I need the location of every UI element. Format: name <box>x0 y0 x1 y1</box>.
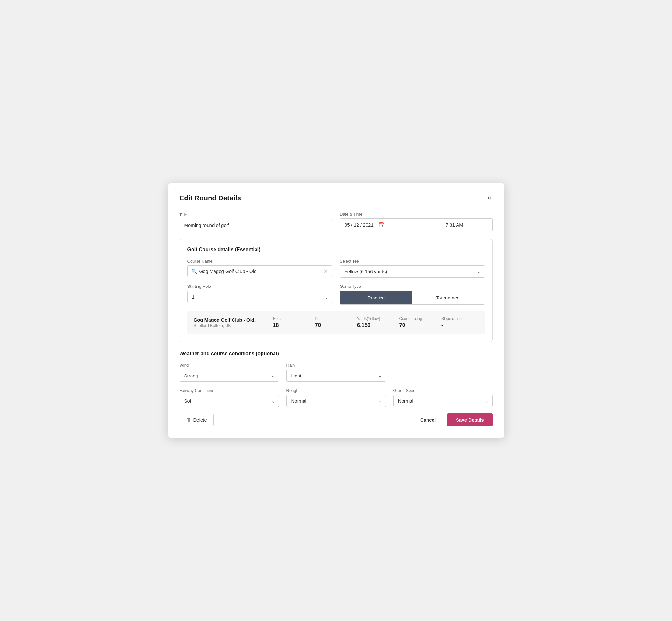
calendar-icon: 📅 <box>379 222 385 228</box>
select-tee-label: Select Tee <box>340 259 485 263</box>
fairway-select-wrap[interactable]: SoftNormalHard ⌄ <box>179 395 279 407</box>
edit-round-modal: Edit Round Details × Title Date & Time 0… <box>168 183 504 438</box>
course-rating-label: Course rating <box>399 317 422 321</box>
top-row: Title Date & Time 05 / 12 / 2021 📅 7:31 … <box>179 212 493 231</box>
golf-course-section-title: Golf Course details (Essential) <box>187 247 485 252</box>
rough-group: Rough SoftNormalHard ⌄ <box>287 388 386 407</box>
modal-title: Edit Round Details <box>179 194 241 202</box>
title-label: Title <box>179 212 333 217</box>
yards-label: Yards(Yellow) <box>357 317 380 321</box>
starting-hole-wrap[interactable]: 1234 5678 910 ⌄ <box>187 291 333 303</box>
modal-header: Edit Round Details × <box>179 194 493 203</box>
wind-dropdown[interactable]: NoneLightModerateStrongVery Strong <box>179 370 279 382</box>
green-speed-select-wrap[interactable]: SlowNormalFastVery Fast ⌄ <box>393 395 493 407</box>
datetime-field-group: Date & Time 05 / 12 / 2021 📅 7:31 AM <box>340 212 493 231</box>
course-info-name: Gog Magog Golf Club - Old, <box>194 317 268 323</box>
footer-row: 🗑 Delete Cancel Save Details <box>179 413 493 426</box>
search-icon: 🔍 <box>192 269 197 274</box>
holes-value: 18 <box>273 322 279 329</box>
green-speed-dropdown[interactable]: SlowNormalFastVery Fast <box>393 395 493 407</box>
practice-button[interactable]: Practice <box>340 291 412 304</box>
course-rating-value: 70 <box>399 322 405 329</box>
slope-rating-label: Slope rating <box>442 317 462 321</box>
course-name-group: Course Name 🔍 ✕ <box>187 259 333 278</box>
select-tee-dropdown[interactable]: Yellow (6,156 yards) White (6,500 yards)… <box>340 265 485 278</box>
delete-label: Delete <box>194 417 207 422</box>
course-name-input[interactable] <box>199 268 321 274</box>
spacer <box>393 363 493 382</box>
wind-group: Wind NoneLightModerateStrongVery Strong … <box>179 363 279 382</box>
wind-rain-row: Wind NoneLightModerateStrongVery Strong … <box>179 363 493 382</box>
course-name-block: Gog Magog Golf Club - Old, Shelford Bott… <box>194 317 268 328</box>
hole-gametype-row: Starting Hole 1234 5678 910 ⌄ Game Type … <box>187 284 485 304</box>
game-type-label: Game Type <box>340 284 485 289</box>
weather-section-title: Weather and course conditions (optional) <box>179 351 493 357</box>
trash-icon: 🗑 <box>186 417 191 422</box>
title-input[interactable] <box>179 219 333 231</box>
par-value: 70 <box>315 322 321 329</box>
course-stat-slope-rating: Slope rating - <box>436 317 478 329</box>
green-speed-group: Green Speed SlowNormalFastVery Fast ⌄ <box>393 388 493 407</box>
time-input[interactable]: 7:31 AM <box>416 218 493 231</box>
course-stat-holes: Holes 18 <box>268 317 310 329</box>
course-stat-yards: Yards(Yellow) 6,156 <box>352 317 394 329</box>
yards-value: 6,156 <box>357 322 371 329</box>
course-tee-row: Course Name 🔍 ✕ Select Tee Yellow (6,156… <box>187 259 485 278</box>
close-button[interactable]: × <box>486 194 493 203</box>
date-value: 05 / 12 / 2021 <box>344 222 374 227</box>
weather-section: Weather and course conditions (optional)… <box>179 351 493 407</box>
game-type-group: Game Type Practice Tournament <box>340 284 485 304</box>
rough-label: Rough <box>287 388 386 393</box>
delete-button[interactable]: 🗑 Delete <box>179 414 214 426</box>
footer-right: Cancel Save Details <box>415 413 493 426</box>
golf-course-section: Golf Course details (Essential) Course N… <box>179 239 493 342</box>
fairway-rough-green-row: Fairway Conditions SoftNormalHard ⌄ Roug… <box>179 388 493 407</box>
datetime-inputs: 05 / 12 / 2021 📅 7:31 AM <box>340 218 493 231</box>
course-info-location: Shelford Bottom, UK <box>194 323 268 328</box>
holes-label: Holes <box>273 317 283 321</box>
rain-label: Rain <box>287 363 386 368</box>
green-speed-label: Green Speed <box>393 388 493 393</box>
rough-select-wrap[interactable]: SoftNormalHard ⌄ <box>287 395 386 407</box>
title-field-group: Title <box>179 212 333 231</box>
rain-group: Rain NoneLightModerateHeavy ⌄ <box>287 363 386 382</box>
game-type-toggle: Practice Tournament <box>340 291 485 304</box>
fairway-label: Fairway Conditions <box>179 388 279 393</box>
time-value: 7:31 AM <box>446 222 463 227</box>
starting-hole-group: Starting Hole 1234 5678 910 ⌄ <box>187 284 333 304</box>
select-tee-group: Select Tee Yellow (6,156 yards) White (6… <box>340 259 485 278</box>
fairway-group: Fairway Conditions SoftNormalHard ⌄ <box>179 388 279 407</box>
course-stat-par: Par 70 <box>310 317 352 329</box>
datetime-label: Date & Time <box>340 212 493 216</box>
rough-dropdown[interactable]: SoftNormalHard <box>287 395 386 407</box>
wind-select-wrap[interactable]: NoneLightModerateStrongVery Strong ⌄ <box>179 370 279 382</box>
course-info-row: Gog Magog Golf Club - Old, Shelford Bott… <box>187 311 485 334</box>
rain-dropdown[interactable]: NoneLightModerateHeavy <box>287 370 386 382</box>
par-label: Par <box>315 317 321 321</box>
starting-hole-label: Starting Hole <box>187 284 333 289</box>
date-input[interactable]: 05 / 12 / 2021 📅 <box>340 218 416 231</box>
select-tee-wrap[interactable]: Yellow (6,156 yards) White (6,500 yards)… <box>340 265 485 278</box>
course-stat-course-rating: Course rating 70 <box>394 317 436 329</box>
slope-rating-value: - <box>442 322 443 329</box>
rain-select-wrap[interactable]: NoneLightModerateHeavy ⌄ <box>287 370 386 382</box>
cancel-button[interactable]: Cancel <box>415 414 441 426</box>
save-button[interactable]: Save Details <box>447 413 493 426</box>
starting-hole-dropdown[interactable]: 1234 5678 910 <box>187 291 333 303</box>
tournament-button[interactable]: Tournament <box>412 291 485 304</box>
wind-label: Wind <box>179 363 279 368</box>
course-name-search-wrap[interactable]: 🔍 ✕ <box>187 265 333 277</box>
course-name-clear-button[interactable]: ✕ <box>323 268 328 274</box>
fairway-dropdown[interactable]: SoftNormalHard <box>179 395 279 407</box>
course-name-label: Course Name <box>187 259 333 263</box>
